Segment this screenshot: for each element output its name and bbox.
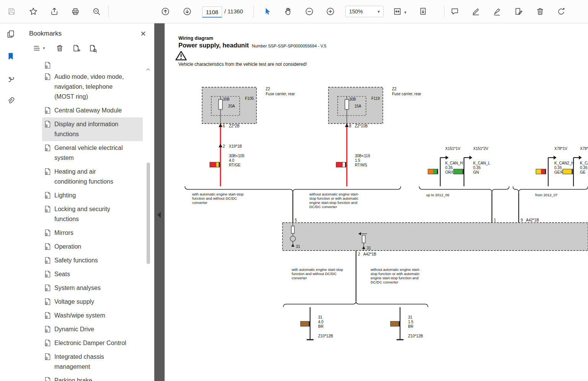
arrow-up-circle-icon	[161, 7, 170, 16]
bookmark-item[interactable]: Central Gateway Module	[42, 104, 143, 117]
diagram-label: GE	[580, 170, 586, 174]
bookmark-item[interactable]: Wash/wipe system	[42, 309, 143, 322]
attachments-tab[interactable]	[0, 90, 21, 112]
diagram-label: A42*1B	[363, 252, 376, 256]
zoom-search-button[interactable]	[89, 4, 104, 19]
diagram-note: stop function or with automatic	[371, 272, 420, 276]
bookmark-item-label: Heating and air conditioning functions	[54, 167, 113, 187]
panel-collapse-strip[interactable]	[154, 23, 165, 381]
supply-wire-right: 8 Z2*10B 30B<119 1.5 RT/WS	[336, 124, 370, 186]
diagram-label: BR	[318, 324, 323, 329]
zoom-out-button[interactable]	[302, 4, 317, 19]
bookmark-item[interactable]: Seats	[42, 267, 143, 281]
diagram-label: X78*2V	[580, 147, 588, 151]
bookmark-item[interactable]: Display and information functions	[42, 117, 143, 141]
bookmark-item-partial[interactable]	[42, 62, 143, 70]
fit-width-button[interactable]	[390, 4, 405, 19]
diagram-label: Z2*2B	[229, 124, 240, 128]
diagram-label: 0.35	[580, 166, 588, 170]
fuse-box-right: 30B 15A F119 Z2 Fuse carrier, rear	[328, 87, 421, 124]
bookmarks-toolbar: ▾	[21, 40, 154, 58]
toolbar-separator	[444, 5, 444, 18]
bookmark-item[interactable]: Integrated chassis management	[42, 350, 143, 374]
star-icon	[29, 7, 38, 16]
pdf-viewer-window: / 11360 150% ▾ ▾	[0, 0, 588, 381]
diagram-label: K_CAN_H	[445, 161, 463, 165]
close-icon[interactable]: ×	[140, 29, 146, 38]
select-tool-button[interactable]	[260, 4, 275, 19]
bookmark-item-label: Mirrors	[54, 228, 74, 238]
rotate-button[interactable]	[554, 4, 569, 19]
delete-bookmark-button[interactable]	[54, 42, 66, 54]
diagram-label: 0.35	[445, 166, 453, 170]
toolbar-separator	[253, 5, 254, 18]
bookmark-item[interactable]: Safety functions	[42, 254, 143, 267]
bookmark-item[interactable]: Audio mode, video mode, navigation, tele…	[42, 70, 143, 104]
add-page-icon	[72, 44, 81, 53]
bookmark-item[interactable]: General vehicle electrical system	[42, 141, 143, 165]
previous-page-button[interactable]	[158, 4, 173, 19]
bookmark-item-label: Dynamic Drive	[54, 324, 94, 334]
zoom-level-select[interactable]: 150% ▾	[345, 6, 384, 17]
sign-button[interactable]	[490, 4, 505, 19]
diagram-label: 2	[223, 144, 225, 148]
bookmarks-list: Audio mode, video mode, navigation, tele…	[21, 62, 147, 381]
bookmark-item[interactable]: Operation	[42, 240, 143, 254]
save-icon	[7, 7, 16, 16]
favorite-button[interactable]	[26, 4, 41, 19]
chevron-down-icon: ▾	[377, 9, 380, 14]
bookmark-item[interactable]: System analyses	[42, 281, 143, 295]
bookmark-page-icon	[44, 257, 51, 265]
panel-scrollbar-thumb[interactable]	[147, 163, 150, 264]
add-bookmark-button[interactable]	[70, 42, 82, 54]
minus-circle-icon	[305, 7, 314, 16]
page-number-input[interactable]	[202, 7, 222, 18]
bookmark-item[interactable]: Locking and security functions	[42, 202, 143, 226]
diagram-label: 30B<119	[355, 154, 370, 158]
bookmark-page-icon	[44, 326, 51, 334]
trash-icon	[536, 7, 545, 16]
bookmark-item[interactable]: Voltage supply	[42, 295, 143, 309]
bookmark-item-label: Seats	[54, 269, 70, 279]
diagram-label: Z10*12B	[408, 334, 423, 338]
save-button[interactable]	[4, 4, 19, 19]
bookmark-page-icon	[44, 284, 51, 293]
bookmark-item-label: Audio mode, video mode, navigation, tele…	[54, 72, 124, 102]
bookmark-item[interactable]: Mirrors	[42, 226, 143, 240]
diagram-note: engine start-stop function and	[371, 276, 418, 280]
thumbnails-tab[interactable]	[0, 23, 21, 45]
zoom-in-button[interactable]	[323, 4, 338, 19]
scroll-up-icon[interactable]	[146, 68, 150, 71]
scroll-mode-button[interactable]	[415, 4, 431, 19]
trash-icon	[56, 44, 64, 52]
find-bookmark-button[interactable]	[87, 42, 99, 54]
collapse-left-icon[interactable]	[157, 212, 161, 218]
bookmark-item[interactable]: Heating and air conditioning functions	[42, 165, 143, 189]
delete-button[interactable]	[532, 4, 548, 19]
bookmark-page-icon	[44, 312, 51, 321]
diagram-note: with automatic engine start-stop	[291, 267, 343, 272]
diagram-label: K_CAN2_H	[554, 161, 574, 165]
print-button[interactable]	[68, 4, 83, 19]
wire-color-connector	[336, 162, 346, 167]
printer-icon	[71, 7, 80, 16]
bookmark-item[interactable]: Lighting	[42, 189, 143, 202]
hand-tool-button[interactable]	[281, 4, 296, 19]
bookmark-item[interactable]: Dynamic Drive	[42, 322, 143, 336]
bookmarks-tab[interactable]	[0, 45, 21, 67]
signature-pen-icon	[493, 7, 502, 16]
diagram-label: Fuse carrier, rear	[266, 92, 295, 96]
edit-pages-button[interactable]	[511, 4, 526, 19]
bookmark-page-icon	[44, 229, 51, 238]
diagram-note: function and without DC/DC	[192, 196, 237, 200]
highlight-button[interactable]	[468, 4, 483, 19]
bookmark-options-button[interactable]	[31, 42, 43, 54]
comment-button[interactable]	[447, 4, 462, 19]
share-button[interactable]	[47, 4, 62, 19]
diagram-label: 30B	[349, 97, 356, 101]
next-page-button[interactable]	[180, 4, 195, 19]
bookmark-item[interactable]: Parking brake	[42, 374, 143, 381]
bookmark-item[interactable]: Electronic Damper Control	[42, 336, 143, 350]
bookmark-item-label: Integrated chassis management	[54, 352, 104, 372]
signatures-tab[interactable]	[0, 67, 21, 90]
